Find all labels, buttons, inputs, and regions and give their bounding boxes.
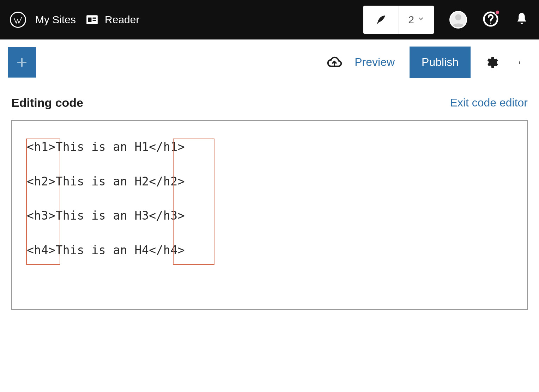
exit-code-editor-label: Exit code editor — [450, 96, 528, 109]
wordpress-topbar: My Sites Reader 2 — [0, 0, 539, 39]
publish-label: Publish — [422, 56, 459, 68]
notification-dot-icon — [495, 10, 500, 15]
preview-button[interactable]: Preview — [355, 56, 395, 69]
svg-point-8 — [519, 62, 520, 62]
svg-rect-1 — [88, 18, 91, 22]
user-avatar[interactable] — [449, 11, 467, 29]
my-sites-link[interactable]: My Sites — [35, 14, 76, 26]
svg-point-7 — [519, 61, 520, 61]
reader-icon — [85, 13, 99, 27]
topbar-right: 2 — [363, 6, 529, 34]
code-line: <h1>This is an H1</h1> — [27, 140, 512, 154]
quill-icon — [363, 6, 399, 34]
code-editor-header: Editing code Exit code editor — [0, 85, 539, 117]
code-editor-area[interactable]: <h1>This is an H1</h1> <h2>This is an H2… — [11, 120, 528, 310]
draft-count-dropdown[interactable]: 2 — [399, 6, 434, 34]
code-line: <h2>This is an H2</h2> — [27, 174, 512, 189]
add-block-button[interactable] — [8, 47, 36, 78]
bell-icon — [514, 12, 529, 26]
svg-point-4 — [455, 14, 461, 20]
reader-label: Reader — [105, 14, 139, 26]
my-sites-label: My Sites — [35, 14, 76, 26]
svg-point-6 — [490, 23, 491, 24]
wordpress-logo-icon[interactable] — [10, 12, 26, 28]
write-button[interactable]: 2 — [363, 6, 434, 34]
settings-button[interactable] — [484, 54, 500, 71]
more-options-button[interactable] — [514, 54, 528, 71]
svg-rect-2 — [93, 18, 96, 19]
topbar-left: My Sites Reader — [10, 12, 139, 28]
draft-count: 2 — [408, 14, 414, 26]
notifications-button[interactable] — [514, 12, 529, 28]
svg-rect-3 — [93, 20, 96, 21]
plus-icon — [15, 56, 29, 69]
gear-icon — [485, 55, 499, 70]
editing-code-title: Editing code — [11, 96, 83, 110]
cloud-upload-icon — [327, 55, 342, 70]
kebab-menu-icon — [519, 55, 522, 69]
publish-button[interactable]: Publish — [410, 47, 471, 78]
code-line: <h4>This is an H4</h4> — [27, 243, 512, 257]
code-line: <h3>This is an H3</h3> — [27, 209, 512, 223]
chevron-down-icon — [417, 15, 425, 25]
preview-label: Preview — [355, 56, 395, 68]
editor-toolbar: Preview Publish — [0, 39, 539, 85]
help-button[interactable] — [483, 11, 499, 29]
save-draft-button[interactable] — [326, 54, 343, 71]
reader-link[interactable]: Reader — [85, 13, 139, 27]
svg-point-9 — [519, 63, 520, 64]
exit-code-editor-link[interactable]: Exit code editor — [450, 96, 528, 109]
